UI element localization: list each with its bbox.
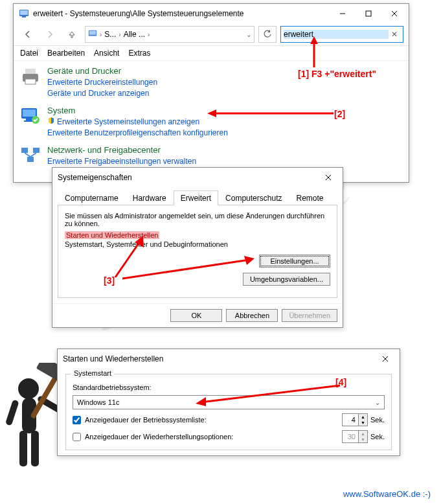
titlebar[interactable]: Systemeigenschaften xyxy=(52,168,343,187)
svg-rect-27 xyxy=(27,157,34,162)
dialog-title: Starten und Wiederherstellen xyxy=(63,354,372,363)
settings-button[interactable]: Einstellungen... xyxy=(259,255,330,268)
section-startup-recovery-label: Starten und Wiederherstellen xyxy=(65,231,159,239)
breadcrumb[interactable]: › S... › Alle ... › ⌄ xyxy=(85,26,254,43)
menu-bearbeiten[interactable]: Bearbeiten xyxy=(47,49,85,58)
dropdown-value: Windows 11c xyxy=(77,398,119,406)
menu-ansicht[interactable]: Ansicht xyxy=(94,49,119,58)
svg-rect-10 xyxy=(22,16,26,17)
svg-rect-21 xyxy=(23,109,36,117)
menu-datei[interactable]: Datei xyxy=(20,49,38,58)
spinner-up-icon[interactable]: ▲ xyxy=(359,431,367,437)
titlebar[interactable]: erweitert - Systemsteuerung\Alle Systems… xyxy=(14,4,409,23)
dialog-title: Systemeigenschaften xyxy=(58,173,315,182)
spinner-down-icon[interactable]: ▼ xyxy=(359,420,367,426)
result-link-advanced-settings[interactable]: Erweiterte Systemeinstellungen anzeigen xyxy=(47,117,228,128)
control-panel-window: erweitert - Systemsteuerung\Alle Systems… xyxy=(13,3,409,183)
search-results: Geräte und Drucker Erweiterte Druckerein… xyxy=(14,61,409,182)
tab-hardware[interactable]: Hardware xyxy=(126,190,174,205)
svg-rect-3 xyxy=(31,431,39,466)
cancel-button[interactable]: Abbrechen xyxy=(226,309,278,322)
result-link[interactable]: Erweiterte Freigabeeinstellungen verwalt… xyxy=(47,156,196,167)
breadcrumb-seg[interactable]: S... xyxy=(104,30,116,39)
svg-rect-9 xyxy=(20,10,28,15)
close-button[interactable] xyxy=(372,349,398,369)
system-properties-dialog: Systemeigenschaften Computername Hardwar… xyxy=(52,167,343,328)
recovery-timeout-checkbox[interactable] xyxy=(73,433,81,441)
group-legend: Systemstart xyxy=(71,369,114,377)
refresh-button[interactable] xyxy=(258,26,277,43)
tab-strip: Computername Hardware Erweitert Computer… xyxy=(58,190,337,205)
result-link[interactable]: Erweiterte Druckereinstellungen xyxy=(47,77,157,88)
system-icon xyxy=(20,106,41,126)
spinner-value: 4 xyxy=(343,416,358,424)
apply-button[interactable]: Übernehmen xyxy=(282,309,337,322)
result-heading[interactable]: Geräte und Drucker xyxy=(47,66,157,76)
tab-computername[interactable]: Computername xyxy=(58,190,126,205)
result-system: System Erweiterte Systemeinstellungen an… xyxy=(20,106,402,139)
chevron-down-icon[interactable]: ⌄ xyxy=(246,31,251,38)
clear-search-icon[interactable]: ✕ xyxy=(389,30,400,39)
unit-label: Sek. xyxy=(370,433,385,441)
back-button[interactable] xyxy=(19,26,37,43)
tab-remote[interactable]: Remote xyxy=(289,190,330,205)
default-os-label: Standardbetriebssystem: xyxy=(73,384,385,391)
tab-panel-erweitert: Sie müssen als Administrator angemeldet … xyxy=(58,205,337,298)
recovery-timeout-row: Anzeigedauer der Wiederherstellungsoptio… xyxy=(73,430,385,443)
breadcrumb-seg[interactable]: Alle ... xyxy=(124,30,145,39)
systemstart-group: Systemstart Standardbetriebssystem: Wind… xyxy=(65,374,392,450)
footer-link[interactable]: www.SoftwareOK.de :-) xyxy=(343,489,431,499)
result-link[interactable]: Geräte und Drucker anzeigen xyxy=(47,88,157,99)
control-panel-icon xyxy=(19,8,29,19)
svg-line-28 xyxy=(25,153,30,157)
spinner-down-icon[interactable]: ▼ xyxy=(359,437,367,442)
checkbox-label: Anzeigedauer der Betriebssystemliste: xyxy=(85,416,207,424)
admin-note: Sie müssen als Administrator angemeldet … xyxy=(65,212,330,227)
search-box[interactable]: ✕ xyxy=(280,26,403,43)
up-button[interactable] xyxy=(63,26,81,43)
dialog-buttons: OK Abbrechen Übernehmen xyxy=(52,303,343,327)
spinner-value: 30 xyxy=(343,433,358,441)
close-button[interactable] xyxy=(315,168,341,187)
chevron-right-icon: › xyxy=(100,31,102,38)
os-list-timeout-checkbox[interactable] xyxy=(73,416,81,424)
close-button[interactable] xyxy=(381,4,407,23)
svg-rect-25 xyxy=(21,148,28,153)
unit-label: Sek. xyxy=(370,416,385,424)
os-list-timeout-spinner[interactable]: 4 ▲▼ xyxy=(342,413,368,426)
printer-icon xyxy=(20,66,41,87)
recovery-timeout-spinner[interactable]: 30 ▲▼ xyxy=(342,430,368,443)
svg-rect-26 xyxy=(33,148,40,153)
os-list-timeout-row: Anzeigedauer der Betriebssystemliste: 4 … xyxy=(73,413,385,426)
maximize-button[interactable] xyxy=(356,4,381,23)
svg-point-0 xyxy=(18,378,39,399)
svg-rect-12 xyxy=(366,11,371,16)
svg-rect-2 xyxy=(19,431,27,466)
minimize-button[interactable] xyxy=(330,4,356,23)
tab-erweitert[interactable]: Erweitert xyxy=(174,190,218,205)
titlebar[interactable]: Starten und Wiederherstellen xyxy=(58,349,400,369)
startup-recovery-dialog: Starten und Wiederherstellen Systemstart… xyxy=(57,349,400,456)
window-title: erweitert - Systemsteuerung\Alle Systems… xyxy=(33,9,330,18)
forward-button[interactable] xyxy=(41,26,59,43)
menu-extras[interactable]: Extras xyxy=(128,49,150,58)
nav-toolbar: › S... › Alle ... › ⌄ ✕ xyxy=(14,23,409,46)
shield-icon xyxy=(47,117,55,128)
default-os-dropdown[interactable]: Windows 11c ⌄ xyxy=(73,395,385,409)
section-sub: Systemstart, Systemfehler und Debuginfor… xyxy=(65,240,330,248)
chevron-right-icon: › xyxy=(148,31,150,38)
control-panel-icon xyxy=(88,29,97,40)
result-heading[interactable]: Netzwerk- und Freigabecenter xyxy=(47,145,196,155)
tab-computerschutz[interactable]: Computerschutz xyxy=(218,190,289,205)
search-input[interactable] xyxy=(284,30,389,39)
svg-rect-16 xyxy=(89,30,96,34)
ok-button[interactable]: OK xyxy=(170,309,222,322)
result-link[interactable]: Erweiterte Benutzerprofileigenschaften k… xyxy=(47,128,228,139)
spinner-up-icon[interactable]: ▲ xyxy=(359,414,367,420)
result-devices-printers: Geräte und Drucker Erweiterte Druckerein… xyxy=(20,66,402,99)
env-vars-button[interactable]: Umgebungsvariablen... xyxy=(243,273,330,286)
chevron-down-icon: ⌄ xyxy=(375,399,380,406)
menubar: Datei Bearbeiten Ansicht Extras xyxy=(14,46,409,61)
result-heading[interactable]: System xyxy=(47,106,228,115)
svg-rect-4 xyxy=(5,399,19,426)
